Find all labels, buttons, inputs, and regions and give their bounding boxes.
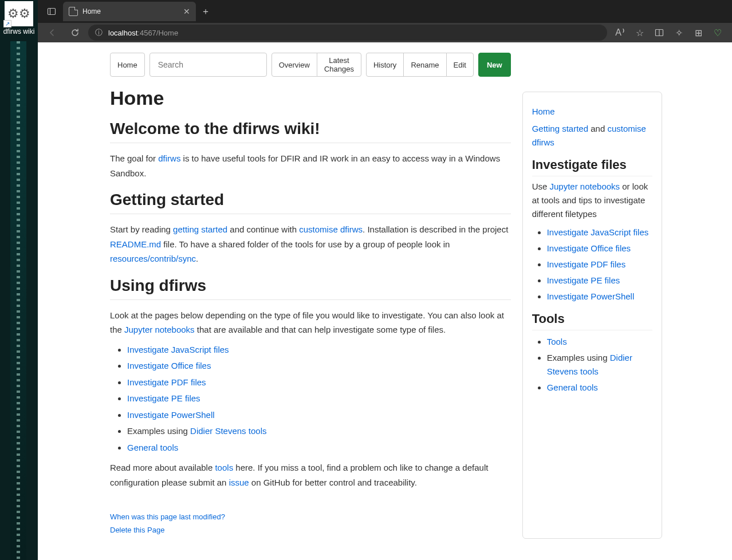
new-page-button[interactable]: New [478,53,511,77]
list-item: Examples using Didier Stevens tools [127,423,511,440]
sidebar-heading-investigate: Investigate files [532,157,652,176]
close-tab-icon[interactable]: ✕ [183,7,190,16]
tab-actions-button[interactable] [40,2,63,21]
welcome-heading: Welcome to the dfirws wiki! [110,120,511,143]
tab-actions-icon [47,7,56,16]
sidebar-investigate-paragraph: Use Jupyter notebooks or look at tools a… [532,180,652,221]
list-item: General tools [127,440,511,456]
link-getting-started[interactable]: getting started [173,224,227,234]
investigate-list: Investigate JavaScript files Investigate… [110,342,511,456]
sidebar-link-pdf[interactable]: Investigate PDF files [547,259,626,269]
gears-icon: ⚙⚙ ↗ [5,1,33,26]
address-bar: ⓘ localhost:4567/Home A❫ ☆ ✧ ⊞ ♡ [38,23,732,42]
link-investigate-js[interactable]: Investigate JavaScript files [127,345,229,354]
collections-icon: ⊞ [695,27,702,38]
link-jupyter-notebooks[interactable]: Jupyter notebooks [124,325,195,334]
edit-button[interactable]: Edit [446,53,474,77]
list-item: Tools [547,335,652,349]
link-investigate-pe[interactable]: Investigate PE files [127,393,200,403]
link-resources-contrib-sync[interactable]: resources/contrib/sync [110,254,196,263]
favorites-button[interactable]: ✧ [669,24,688,41]
link-investigate-pdf[interactable]: Investigate PDF files [127,377,206,387]
page-title: Home [110,87,511,109]
latest-changes-button[interactable]: Latest Changes [317,53,361,77]
history-button[interactable]: History [366,53,404,77]
sidebar-link-pe[interactable]: Investigate PE files [547,275,620,285]
link-general-tools[interactable]: General tools [127,443,178,452]
plus-icon: ＋ [201,6,210,18]
split-screen-icon [655,28,664,37]
list-item: Investigate PE files [127,391,511,407]
rename-button[interactable]: Rename [403,53,446,77]
split-screen-button[interactable] [650,24,669,41]
link-last-modified[interactable]: When was this page last modified? [110,512,511,521]
desktop-shortcut-dfirws-wiki[interactable]: ⚙⚙ ↗ dfirws wiki [1,1,37,36]
tab-title: Home [82,7,179,15]
sidebar-link-js[interactable]: Investigate JavaScript files [547,227,649,237]
sidebar-link-ps[interactable]: Investigate PowerShell [547,291,635,301]
link-investigate-ps[interactable]: Investigate PowerShell [127,410,215,420]
list-item: Investigate JavaScript files [127,342,511,358]
goal-paragraph: The goal for dfirws is to have useful to… [110,151,511,180]
favorite-button[interactable]: ☆ [630,24,650,41]
url-text: localhost:4567/Home [108,29,178,37]
link-dfirws[interactable]: dfirws [158,153,180,163]
link-tools[interactable]: tools [215,463,233,472]
list-item: Investigate PowerShell [127,407,511,424]
list-item: Investigate JavaScript files [547,226,652,239]
url-box[interactable]: ⓘ localhost:4567/Home [88,25,607,41]
browser-essentials-button[interactable]: ♡ [708,24,727,41]
list-item: Investigate PDF files [127,374,511,391]
getting-started-heading: Getting started [110,191,511,214]
page-actions-group: History Rename Edit [366,53,474,77]
link-delete-page[interactable]: Delete this Page [110,526,511,534]
refresh-button[interactable] [65,24,85,41]
link-didier-stevens[interactable]: Didier Stevens tools [190,426,266,436]
back-button[interactable] [42,24,62,41]
refresh-icon [70,28,80,37]
browser-window: Home ✕ ＋ ⓘ localhost:4567/Home A❫ ☆ ✧ ⊞ … [38,0,732,560]
browser-tab-home[interactable]: Home ✕ [63,2,196,21]
wiki-home-button[interactable]: Home [110,53,145,77]
arrow-left-icon [48,28,57,37]
site-info-icon[interactable]: ⓘ [95,27,103,38]
using-dfirws-heading: Using dfirws [110,277,511,300]
tab-strip: Home ✕ ＋ [38,0,732,23]
sidebar: Home Getting started and customise dfirw… [522,92,662,539]
list-item: Investigate PowerShell [547,290,652,303]
star-icon: ☆ [636,27,644,38]
list-item: General tools [547,381,652,395]
read-aloud-icon: A❫ [615,27,625,38]
wiki-toolbar: Home Overview Latest Changes History Ren… [110,53,511,77]
read-aloud-button[interactable]: A❫ [611,24,630,41]
new-tab-button[interactable]: ＋ [196,2,215,21]
overview-button[interactable]: Overview [271,53,317,77]
link-readme[interactable]: README.md [110,239,161,249]
getting-started-paragraph: Start by reading getting started and con… [110,222,511,266]
page-icon [69,7,78,16]
page-viewport: Home Overview Latest Changes History Ren… [38,42,732,560]
sidebar-link-jupyter[interactable]: Jupyter notebooks [550,182,620,191]
using-intro-paragraph: Look at the pages below depending on the… [110,308,511,337]
list-item: Examples using Didier Stevens tools [547,351,652,378]
link-issue[interactable]: issue [229,478,249,487]
desktop-icon-label: dfirws wiki [3,27,35,36]
desktop-background-strip [10,41,26,560]
sidebar-link-getting-started[interactable]: Getting started [532,124,588,133]
favorites-icon: ✧ [675,27,683,38]
list-item: Investigate PE files [547,274,652,287]
page-footer-links: When was this page last modified? Delete… [110,512,511,534]
sidebar-link-general[interactable]: General tools [547,382,598,392]
readmore-paragraph: Read more about available tools here. If… [110,460,511,490]
wiki-search-input[interactable] [149,53,267,77]
collections-button[interactable]: ⊞ [688,24,708,41]
sidebar-link-home[interactable]: Home [532,107,555,116]
sidebar-heading-tools: Tools [532,311,652,330]
sidebar-link-tools[interactable]: Tools [547,337,567,346]
sidebar-link-office[interactable]: Investigate Office files [547,243,631,253]
heart-pulse-icon: ♡ [714,27,722,38]
svg-rect-0 [48,9,56,15]
list-item: Investigate Office files [127,358,511,374]
link-investigate-office[interactable]: Investigate Office files [127,361,211,370]
link-customise-dfirws[interactable]: customise dfirws [299,224,363,234]
